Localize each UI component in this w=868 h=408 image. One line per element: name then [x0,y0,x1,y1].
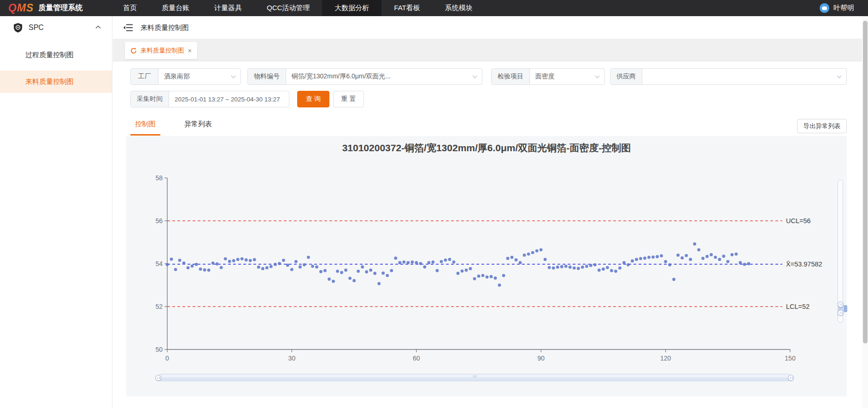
data-point [486,275,489,278]
data-point [556,266,559,269]
data-point [182,261,186,265]
data-point [602,267,605,271]
data-point [544,258,547,261]
data-point [344,269,347,272]
data-point [240,257,244,260]
y-axis-tick-label: 54 [155,260,163,267]
x-axis-tick-label: 90 [537,355,545,362]
sidebar-item-incoming-control-chart[interactable]: 来料质量控制图 [0,71,112,93]
datazoom-left-handle[interactable] [155,375,161,381]
data-point [174,268,177,271]
data-point [394,257,397,260]
data-point [726,260,729,263]
nav-item-quality-ledger[interactable]: 质量台账 [149,0,202,16]
top-nav: QMS 质量管理系统 首页 质量台账 计量器具 QCC活动管理 大数据分析 FA… [0,0,868,16]
data-point [299,266,302,269]
material-code-select[interactable]: 物料编号 铜箔/宽1302mm/厚6.0μm/双面光... [247,68,482,85]
page-scrollbar[interactable] [862,16,868,408]
data-point [515,258,518,261]
data-point [398,261,401,264]
data-point [519,261,522,264]
center-line-label: X̄=53.97582 [786,260,822,268]
material-code-value[interactable]: 铜箔/宽1302mm/厚6.0μm/双面光... [286,72,472,81]
data-point [365,270,368,273]
reset-button[interactable]: 重 置 [333,91,364,107]
user-avatar-icon [820,3,829,13]
data-point [257,266,260,269]
data-point [705,255,709,258]
data-point [261,267,264,270]
page-scrollbar-thumb[interactable] [863,21,868,343]
datazoom-right-handle[interactable] [788,375,794,381]
logo-qms: QMS [8,2,34,14]
collect-time-range-picker[interactable]: 采集时间 2025-01-01 13:27 ~ 2025-04-30 13:27 [130,91,289,107]
nav-item-measuring-tools[interactable]: 计量器具 [202,0,254,16]
data-point [406,261,410,264]
y-axis-tick-label: 56 [155,217,163,225]
nav-item-fat[interactable]: FAT看板 [381,0,432,16]
control-chart-plot: 50525456580306090120150UCL=56X̄=53.97582… [126,136,847,396]
app-window: QMS 质量管理系统 首页 质量台账 计量器具 QCC活动管理 大数据分析 FA… [0,0,868,408]
data-point [527,253,530,256]
vertical-datazoom-bottom-handle[interactable] [838,310,844,316]
data-point [216,262,219,266]
data-point [739,261,742,264]
refresh-icon[interactable] [130,47,137,54]
factory-select[interactable]: 工厂 酒泉南部 [130,68,241,85]
export-exception-list-button[interactable]: 导出异常列表 [797,119,847,133]
tab-exception-list[interactable]: 异常列表 [180,115,217,136]
supplier-label: 供应商 [610,69,642,84]
user-menu[interactable]: 叶帮明 [820,0,854,16]
collapse-menu-icon[interactable] [123,24,133,32]
data-point [622,261,626,264]
nav-item-system[interactable]: 系统模块 [433,0,485,16]
sidebar-item-process-control-chart[interactable]: 过程质量控制图 [0,44,112,66]
nav-item-qcc[interactable]: QCC活动管理 [254,0,322,16]
tab-chip-incoming-control-chart[interactable]: 来料质量控制图 × [125,42,197,59]
data-point [423,266,426,269]
inspection-item-select[interactable]: 检验项目 面密度 [491,68,605,85]
chevron-down-icon [837,75,842,78]
collect-time-label: 采集时间 [131,91,169,107]
supplier-select[interactable]: 供应商 [610,68,847,85]
data-point [166,263,169,266]
data-point [564,265,568,268]
vertical-datazoom-top-handle[interactable] [838,302,844,307]
inspection-item-value[interactable]: 面密度 [530,72,595,81]
data-point [656,255,659,258]
data-point [270,265,273,268]
datazoom-grip-icon[interactable] [471,375,478,378]
data-point [253,258,256,261]
vertical-datazoom-grip[interactable] [844,305,847,312]
vertical-datazoom-slider[interactable] [838,180,843,323]
y-axis-tick-label: 50 [155,346,163,353]
data-point [427,261,430,264]
data-point [747,262,750,266]
data-point [734,253,738,256]
data-point [585,265,588,268]
data-point [457,272,460,275]
nav-item-home[interactable]: 首页 [111,0,149,16]
horizontal-datazoom-slider[interactable] [158,374,791,381]
data-point [573,266,576,270]
data-point [323,269,327,272]
sidebar-group-spc[interactable]: SPC [0,16,112,39]
nav-item-bigdata[interactable]: 大数据分析 [322,0,381,16]
data-point [577,267,580,270]
data-point [664,260,667,263]
data-point [610,269,613,272]
close-icon[interactable]: × [188,47,192,54]
tab-chip-bar: 来料质量控制图 × [113,39,862,61]
data-point [311,265,314,268]
y-axis-tick-label: 52 [155,303,163,310]
data-point [689,258,692,261]
collect-time-value[interactable]: 2025-01-01 13:27 ~ 2025-04-30 13:27 [169,96,289,103]
factory-value[interactable]: 酒泉南部 [158,72,231,81]
data-point [569,266,572,269]
search-button[interactable]: 查 询 [297,91,329,107]
data-point [207,269,211,272]
x-axis-tick-label: 120 [660,355,671,362]
data-point [560,265,563,268]
data-point [452,260,456,264]
tab-control-chart[interactable]: 控制图 [130,115,160,136]
